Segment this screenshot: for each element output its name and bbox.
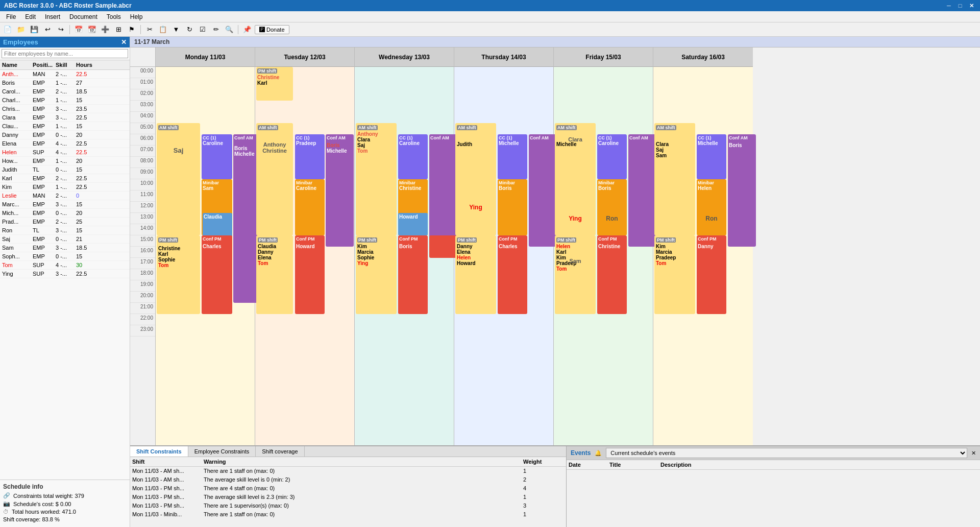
tue-cc1-block[interactable]: CC (1) Pradeep — [295, 134, 325, 179]
list-item[interactable]: Judith TL 0 -... 15 — [0, 165, 130, 174]
minimize-button[interactable]: ─ — [944, 3, 953, 9]
wed-pm-shift[interactable]: PM shift Kim Marcia Sophie Ying — [356, 235, 397, 314]
search-button[interactable]: 🔍 — [224, 24, 235, 35]
list-item[interactable]: Boris EMP 1 -... 27 — [0, 79, 130, 87]
mon-am-shift[interactable]: AM shift Saj — [157, 123, 200, 235]
mon-conf-pm-block[interactable]: Conf PM Charles — [202, 235, 232, 314]
close-button[interactable]: ✕ — [967, 3, 976, 9]
thu-pm-shift[interactable]: PM shift Danny Elena Helen Howard — [455, 235, 496, 314]
list-item[interactable]: Elena EMP 4 -... 22.5 — [0, 139, 130, 148]
redo-button[interactable]: ↪ — [55, 24, 66, 35]
list-item[interactable]: Mich... EMP 0 -... 20 — [0, 209, 130, 218]
list-item[interactable]: Prad... EMP 2 -... 25 — [0, 218, 130, 226]
table-row[interactable]: Mon 11/03 - PM sh... The average skill l… — [130, 493, 566, 501]
fri-minibar-block[interactable]: Minibar Boris — [597, 179, 627, 235]
tab-shift-coverage[interactable]: Shift coverage — [256, 446, 304, 457]
sat-conf-am-block[interactable]: Conf AM Boris — [728, 134, 756, 247]
sat-minibar-block[interactable]: Minibar Helen — [697, 179, 726, 235]
list-item[interactable]: Danny EMP 0 -... 20 — [0, 131, 130, 139]
list-item[interactable]: Soph... EMP 0 -... 15 — [0, 252, 130, 261]
tue-pm-night-block[interactable]: PM shift Christine Karl — [256, 67, 293, 101]
thu-conf-pm-block[interactable]: Conf PM Charles — [498, 235, 527, 314]
employee-filter-input[interactable] — [2, 49, 128, 58]
pencil-button[interactable]: ✏ — [210, 24, 222, 35]
flag-button[interactable]: ⚑ — [126, 24, 137, 35]
sat-pm-shift[interactable]: PM shift Kim Marcia Pradeep Tom — [654, 235, 695, 314]
filter-button[interactable]: ▼ — [170, 24, 182, 35]
fri-conf-pm-block[interactable]: Conf PM Christine — [597, 235, 627, 314]
events-dropdown[interactable]: Current schedule's events — [606, 448, 967, 458]
list-item[interactable]: Chris... EMP 3 -... 23.5 — [0, 105, 130, 113]
list-item[interactable]: Clau... EMP 1 -... 15 — [0, 122, 130, 131]
new-button[interactable]: 📄 — [2, 24, 13, 35]
check-button[interactable]: ☑ — [197, 24, 208, 35]
list-item[interactable]: Anth... MAN 2 -... 22.5 — [0, 70, 130, 79]
fri-pm-shift[interactable]: PM shift Helen Karl Kim Pradeep Tom — [555, 235, 596, 314]
table-row[interactable]: Mon 11/03 - AM sh... There are 1 staff o… — [130, 467, 566, 475]
menu-document[interactable]: Document — [65, 12, 102, 21]
list-item[interactable]: Saj EMP 0 -... 21 — [0, 235, 130, 244]
sat-cc1-block[interactable]: CC (1) Michelle — [697, 134, 726, 179]
copy-button[interactable]: 📋 — [157, 24, 168, 35]
events-close-button[interactable]: ✕ — [971, 450, 976, 457]
list-item[interactable]: Kim EMP 1 -... 22.5 — [0, 183, 130, 191]
wed-conf-pm-block[interactable]: Conf PM Boris — [398, 235, 428, 314]
list-item[interactable]: Ying SUP 3 -... 22.5 — [0, 270, 130, 278]
table-row[interactable]: Mon 11/03 - PM sh... There are 4 staff o… — [130, 484, 566, 493]
tab-employee-constraints[interactable]: Employee Constraints — [188, 446, 256, 457]
donate-button[interactable]: 🅿 Donate — [255, 25, 289, 34]
save-button[interactable]: 💾 — [29, 24, 40, 35]
sat-conf-pm-block[interactable]: Conf PM Danny — [697, 235, 726, 314]
cut-button[interactable]: ✂ — [144, 24, 155, 35]
thu-minibar-block[interactable]: Minibar Boris — [498, 179, 527, 235]
wed-conf-am-block[interactable]: Conf AM — [429, 134, 457, 247]
open-button[interactable]: 📁 — [15, 24, 27, 35]
tue-pm-shift[interactable]: PM shift Claudia Danny Elena Tom — [256, 235, 293, 314]
grid-container[interactable]: 00:00 01:00 02:00 03:00 04:00 05:00 06:0… — [130, 47, 980, 445]
mon-claudia-block[interactable]: Claudia — [203, 213, 232, 238]
table-row[interactable]: Mon 11/03 - AM sh... The average skill l… — [130, 475, 566, 484]
mon-pm-shift[interactable]: PM shift Christine Karl Sophie Tom — [157, 235, 200, 314]
wed-michelle-block[interactable] — [429, 235, 457, 258]
thu-conf-am-block[interactable]: Conf AM — [529, 134, 557, 247]
mon-cc1-block[interactable]: CC (1) Caroline — [202, 134, 232, 179]
list-item[interactable]: Karl EMP 2 -... 22.5 — [0, 174, 130, 183]
add-button[interactable]: ➕ — [100, 24, 111, 35]
tab-shift-constraints[interactable]: Shift Constraints — [130, 446, 188, 457]
list-item[interactable]: Clara EMP 3 -... 22.5 — [0, 113, 130, 122]
tue-conf-am-block[interactable]: Conf AM Boris Michelle — [326, 134, 354, 247]
menu-edit[interactable]: Edit — [21, 12, 40, 21]
wed-howard-block[interactable]: Howard — [398, 213, 428, 235]
grid-button[interactable]: ⊞ — [113, 24, 124, 35]
menu-tools[interactable]: Tools — [103, 12, 125, 21]
tue-am-shift[interactable]: AM shift Anthony Christine — [256, 123, 293, 235]
list-item[interactable]: Tom SUP 4 -... 30 — [0, 261, 130, 270]
calendar-button[interactable]: 📅 — [73, 24, 84, 35]
thu-cc1-block[interactable]: CC (1) Michelle — [498, 134, 527, 179]
list-item[interactable]: Helen SUP 4 -... 22.5 — [0, 148, 130, 157]
list-item[interactable]: Leslie MAN 2 -... 0 — [0, 191, 130, 200]
menu-insert[interactable]: Insert — [41, 12, 64, 21]
sat-am-shift[interactable]: AM shift Clara Saj Sam — [654, 123, 695, 235]
list-item[interactable]: Carol... EMP 2 -... 18.5 — [0, 87, 130, 96]
wed-cc1-block[interactable]: CC (1) Caroline — [398, 134, 428, 179]
employees-close-button[interactable]: ✕ — [121, 38, 127, 46]
pin-button[interactable]: 📌 — [241, 24, 253, 35]
list-item[interactable]: Ron TL 3 -... 15 — [0, 226, 130, 235]
maximize-button[interactable]: □ — [955, 3, 965, 9]
calendar2-button[interactable]: 📆 — [86, 24, 97, 35]
table-row[interactable]: Mon 11/03 - Minib... There are 1 staff o… — [130, 510, 566, 519]
table-row[interactable]: Mon 11/03 - PM sh... There are 1 supervi… — [130, 501, 566, 510]
list-item[interactable]: Marc... EMP 3 -... 15 — [0, 200, 130, 209]
refresh-button[interactable]: ↻ — [184, 24, 195, 35]
list-item[interactable]: How... EMP 1 -... 20 — [0, 157, 130, 165]
list-item[interactable]: Charl... EMP 1 -... 15 — [0, 96, 130, 105]
undo-button[interactable]: ↩ — [42, 24, 53, 35]
menu-file[interactable]: File — [2, 12, 20, 21]
tue-conf-pm-block[interactable]: Conf PM Howard — [295, 235, 325, 314]
menu-help[interactable]: Help — [126, 12, 147, 21]
fri-cc1-block[interactable]: CC (1) Caroline — [597, 134, 627, 179]
tue-minibar-block[interactable]: Minibar Caroline — [295, 179, 325, 235]
list-item[interactable]: Sam EMP 3 -... 18.5 — [0, 244, 130, 252]
fri-conf-am-block[interactable]: Conf AM — [628, 134, 656, 247]
